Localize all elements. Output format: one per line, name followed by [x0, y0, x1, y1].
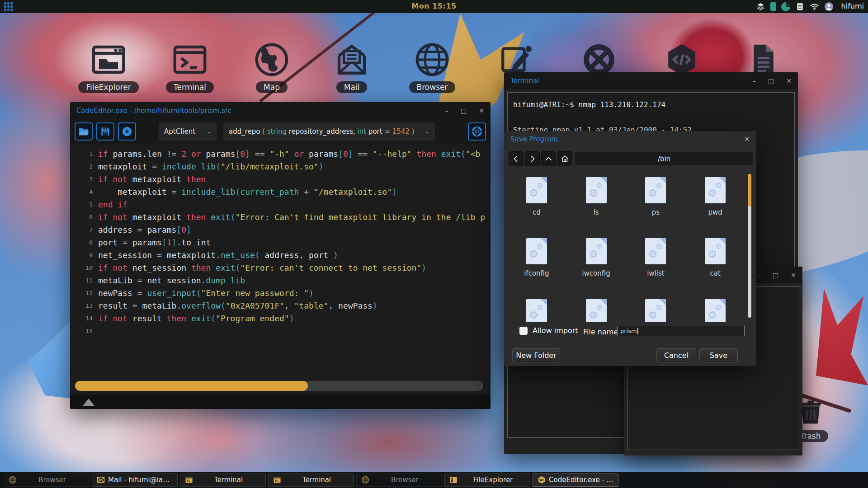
battery-icon[interactable] — [770, 2, 776, 11]
close-button[interactable]: ✕ — [791, 272, 796, 279]
file-item-iwlist[interactable]: ⚙⚙iwlist — [632, 233, 679, 291]
cancel-button[interactable]: Cancel — [656, 348, 696, 362]
save-button[interactable]: Save — [699, 348, 738, 362]
line-number: 9 — [70, 249, 93, 262]
maximize-button[interactable]: □ — [773, 272, 778, 279]
open-file-button[interactable] — [75, 122, 93, 141]
taskbar-item-browser[interactable]: Browser — [356, 474, 442, 487]
run-button[interactable] — [118, 122, 136, 141]
file-explorer-icon — [449, 475, 458, 484]
file-item[interactable]: ⚙⚙ — [692, 294, 739, 322]
code-line: result = metaLib.overflow("0x2A05701F", … — [98, 300, 491, 312]
taskbar-item-label: Terminal — [196, 476, 265, 484]
terminal1-titlebar[interactable]: Terminal – □ ✕ — [504, 72, 798, 89]
browser-icon — [8, 475, 17, 484]
desktop-icon-map[interactable]: Map — [245, 41, 298, 93]
clipboard-icon[interactable] — [795, 2, 805, 11]
desktop-icon-terminal[interactable]: Terminal — [164, 41, 216, 93]
code-line — [98, 325, 491, 338]
new-folder-button[interactable]: New Folder — [512, 348, 560, 362]
allow-import-checkbox[interactable] — [519, 327, 528, 335]
maximize-button[interactable]: □ — [461, 107, 467, 114]
file-item-ls[interactable]: ⚙⚙ls — [573, 172, 620, 230]
dialog-close-button[interactable]: ✕ — [744, 136, 750, 143]
gutter: 123456789101112131415 — [70, 148, 98, 395]
path-field[interactable]: /bin — [575, 152, 753, 165]
close-button[interactable]: ✕ — [479, 107, 484, 114]
home-button[interactable] — [557, 151, 572, 166]
program-file-icon: ⚙⚙ — [586, 299, 607, 322]
close-button[interactable]: ✕ — [786, 77, 792, 84]
desktop-icon-label: FileExplorer — [78, 81, 138, 93]
chevron-right-icon — [528, 158, 537, 164]
taskbar-item-terminal[interactable]: Terminal — [180, 474, 266, 487]
program-file-icon: ⚙⚙ — [586, 177, 607, 203]
dialog-titlebar[interactable]: Save Program ✕ — [504, 131, 756, 147]
file-label: ifconfig — [524, 269, 549, 277]
avatar-icon[interactable] — [824, 2, 834, 11]
taskbar-item-mail[interactable]: Mail - hifumi@iams… — [92, 474, 178, 487]
file-label: iwlist — [647, 269, 664, 277]
file-item-pwd[interactable]: ⚙⚙pwd — [692, 172, 739, 230]
function-signature-dropdown[interactable]: add_repo ( string repository_address, in… — [223, 122, 435, 141]
allow-import-row: Allow import — [519, 326, 578, 335]
taskbar-item-terminal[interactable]: Terminal — [268, 474, 354, 487]
up-button[interactable] — [541, 151, 556, 166]
line-number: 6 — [70, 211, 93, 224]
minimize-button[interactable]: – — [757, 272, 760, 279]
file-item[interactable]: ⚙⚙ — [632, 294, 679, 322]
chevron-down-icon: ⌄ — [420, 128, 429, 135]
mail-icon — [96, 475, 105, 484]
code-editor-titlebar[interactable]: CodeEditor.exe - /home/hifumi/tools/pris… — [70, 102, 491, 119]
taskbar-item-label: FileExplorer — [461, 476, 530, 484]
line-number: 4 — [70, 186, 93, 198]
expand-console-triangle[interactable] — [83, 399, 94, 406]
dialog-scrollbar[interactable] — [748, 174, 751, 318]
minimize-button[interactable]: – — [445, 107, 448, 114]
apps-grid-icon[interactable] — [3, 1, 14, 12]
dialog-title: Save Program — [510, 135, 744, 143]
file-item-cat[interactable]: ⚙⚙cat — [692, 233, 739, 291]
taskbar-item-browser[interactable]: Browser — [4, 474, 90, 487]
file-item[interactable]: ⚙⚙ — [513, 294, 560, 322]
line-number: 3 — [70, 173, 93, 186]
horizontal-scrollbar[interactable] — [75, 381, 483, 391]
file-item-ifconfig[interactable]: ⚙⚙ifconfig — [513, 233, 560, 291]
gear-icon: ⚙ — [656, 243, 662, 250]
taskbar-item-file-explorer[interactable]: FileExplorer — [444, 474, 530, 487]
line-number: 10 — [70, 262, 93, 274]
layers-icon[interactable] — [756, 2, 765, 11]
desktop-icon-mail[interactable]: Mail — [326, 41, 378, 93]
gear-icon: ⚙ — [596, 304, 603, 311]
minimize-button[interactable]: – — [753, 77, 756, 84]
pie-icon[interactable] — [781, 2, 790, 11]
taskbar-item-code[interactable]: CodeEditor.exe - /h… — [533, 474, 618, 487]
file-item-cd[interactable]: ⚙⚙cd — [513, 172, 560, 230]
class-dropdown[interactable]: AptClient ⌄ — [159, 122, 217, 141]
wifi-icon[interactable] — [810, 2, 819, 11]
back-button[interactable] — [509, 151, 524, 166]
username[interactable]: hifumi — [841, 2, 864, 10]
gear-icon: ⚙ — [715, 243, 722, 250]
forward-button[interactable] — [525, 151, 540, 166]
save-file-button[interactable] — [96, 122, 114, 141]
file-name-input[interactable]: prism — [617, 326, 745, 336]
code-line: if not result then exit("Program ended") — [98, 312, 491, 325]
file-label: cd — [533, 208, 541, 216]
file-item-iwconfig[interactable]: ⚙⚙iwconfig — [573, 233, 620, 291]
file-name-value: prism — [620, 328, 637, 334]
file-item[interactable]: ⚙⚙ — [573, 294, 620, 322]
desktop-icon-browser[interactable]: Browser — [406, 41, 458, 93]
horizontal-scrollbar-thumb[interactable] — [75, 381, 308, 391]
text-caret — [637, 328, 638, 334]
save-program-dialog: Save Program ✕ /bin ⚙⚙cd⚙⚙ls⚙⚙ps⚙⚙pwd⚙⚙i… — [504, 131, 756, 366]
dialog-scrollbar-thumb[interactable] — [748, 174, 751, 206]
api-help-button[interactable] — [468, 122, 486, 141]
maximize-button[interactable]: □ — [768, 77, 774, 84]
program-file-icon: ⚙⚙ — [526, 177, 547, 203]
desktop-icon-fileexplorer[interactable]: FileExplorer — [82, 41, 135, 93]
code-area[interactable]: 123456789101112131415 if params.len != 2… — [70, 144, 491, 395]
class-dropdown-value: AptClient — [164, 127, 195, 136]
browser-icon — [361, 475, 370, 484]
file-item-ps[interactable]: ⚙⚙ps — [632, 172, 679, 230]
